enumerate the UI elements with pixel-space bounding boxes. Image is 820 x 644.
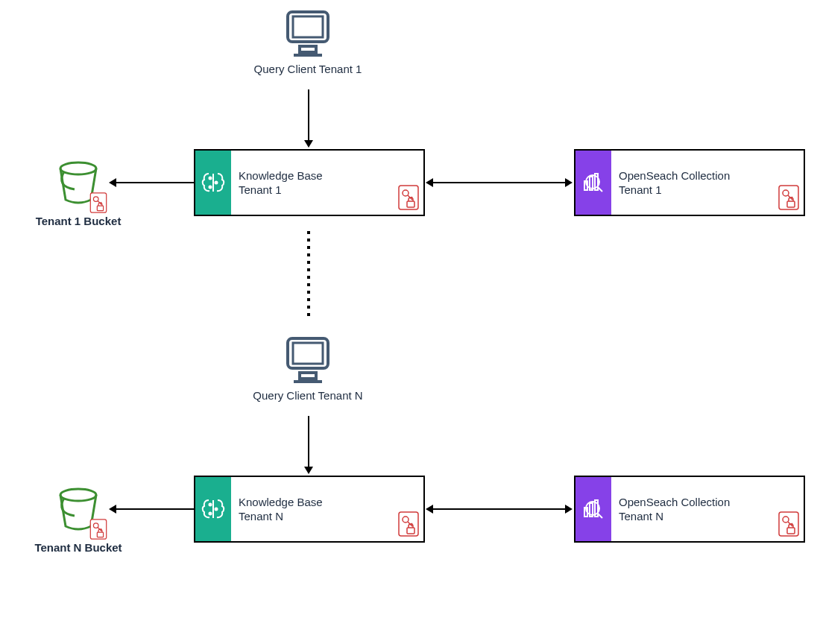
svg-rect-47 [90,520,106,539]
svg-rect-24 [307,239,310,242]
svg-point-56 [783,517,789,523]
kms-lock-icon [398,185,419,210]
svg-rect-34 [307,313,310,316]
svg-point-46 [60,489,96,501]
kms-lock-icon [778,511,799,537]
bucket-label: Tenant N Bucket [30,541,127,554]
kms-lock-icon [89,192,107,213]
svg-point-44 [403,517,409,523]
svg-rect-26 [307,253,310,256]
computer-icon [282,7,334,60]
svg-point-9 [403,190,409,196]
svg-point-7 [209,186,212,189]
arrow-kb1-to-bucket1 [116,182,194,183]
arrow-client1-to-kb1 [308,89,309,142]
arrow-kbn-osn [432,508,567,510]
kms-lock-icon [89,519,107,540]
svg-rect-45 [407,528,414,534]
arrowhead-icon [304,467,313,474]
svg-point-11 [60,162,96,174]
svg-rect-55 [779,512,798,536]
kms-lock-icon [778,185,799,210]
svg-rect-1 [293,16,323,37]
svg-rect-33 [307,306,310,309]
svg-point-41 [215,508,218,511]
arrow-kbn-to-bucketn [116,508,194,510]
brain-circuit-icon [200,496,227,523]
arrowhead-icon [426,505,433,514]
os-subtitle: Tenant 1 [619,183,796,198]
arrowhead-icon [304,140,313,148]
svg-rect-29 [307,276,310,279]
svg-rect-30 [307,283,310,286]
arrowhead-icon [565,505,573,514]
svg-point-5 [209,177,212,180]
svg-point-6 [215,182,218,184]
svg-rect-2 [300,46,316,52]
computer-icon [282,334,334,386]
brain-circuit-icon [200,169,227,196]
svg-rect-8 [399,186,418,209]
arrowhead-icon [565,178,573,187]
bucket-tenant-1: Tenant 1 Bucket [52,157,112,227]
svg-rect-36 [293,343,323,364]
kb-subtitle: Tenant N [239,509,416,524]
svg-rect-43 [399,512,418,536]
opensearch-collection-tenant-n: OpenSeach Collection Tenant N [574,476,805,543]
svg-rect-22 [787,201,795,207]
arrowhead-icon [426,178,433,187]
arrow-clientn-to-kbn [308,416,309,468]
kms-lock-icon [398,511,419,537]
svg-point-40 [209,504,212,506]
svg-point-21 [783,190,789,196]
client-tenant-n: Query Client Tenant N [282,334,341,402]
opensearch-collection-tenant-1: OpenSeach Collection Tenant 1 [574,149,805,216]
search-analytics-icon [580,496,607,523]
svg-rect-20 [779,186,798,209]
svg-rect-3 [294,54,322,57]
kb-title: Knowledge Base [239,168,416,183]
kb-subtitle: Tenant 1 [239,183,416,198]
svg-rect-37 [300,373,316,379]
os-title: OpenSeach Collection [619,495,796,510]
svg-point-42 [209,513,212,515]
svg-rect-23 [307,231,310,234]
search-analytics-icon [580,169,607,196]
svg-rect-31 [307,291,310,294]
client-tenant-1: Query Client Tenant 1 [282,7,341,75]
os-subtitle: Tenant N [619,509,796,524]
svg-rect-28 [307,268,310,271]
svg-rect-32 [307,298,310,301]
svg-rect-25 [307,246,310,249]
svg-rect-27 [307,261,310,264]
svg-rect-57 [787,528,795,534]
svg-rect-10 [407,201,414,207]
kb-title: Knowledge Base [239,495,416,510]
bucket-tenant-n: Tenant N Bucket [52,483,112,554]
bucket-label: Tenant 1 Bucket [30,215,127,227]
client-label: Query Client Tenant N [245,389,371,402]
arrow-kb1-os1 [432,182,567,183]
svg-rect-38 [294,380,322,383]
ellipsis-vertical [306,231,312,321]
svg-rect-12 [90,193,106,212]
knowledge-base-tenant-1: Knowledge Base Tenant 1 [194,149,425,216]
client-label: Query Client Tenant 1 [245,63,371,75]
knowledge-base-tenant-n: Knowledge Base Tenant N [194,476,425,543]
os-title: OpenSeach Collection [619,168,796,183]
